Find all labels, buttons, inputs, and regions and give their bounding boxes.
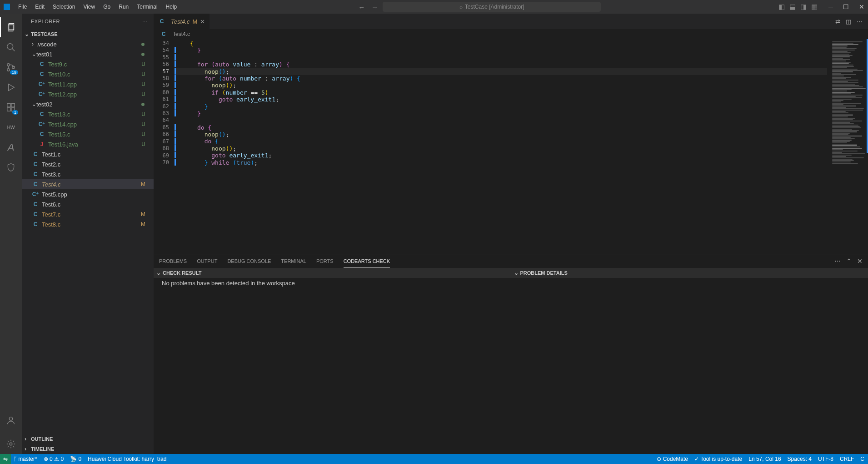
panel-tab-codearts-check[interactable]: CODEARTS CHECK: [344, 255, 390, 267]
c-file-icon: C: [32, 151, 39, 158]
compare-icon[interactable]: ⇄: [835, 18, 840, 25]
nav-back-icon[interactable]: ←: [358, 3, 365, 11]
split-editor-icon[interactable]: ◫: [846, 18, 851, 25]
command-center[interactable]: ⌕ TestCase [Administrator]: [383, 2, 601, 12]
tree-item-test11-cpp[interactable]: C⁺Test11.cppU: [22, 79, 154, 89]
tree-item-test16-java[interactable]: JTest16.javaU: [22, 139, 154, 149]
branch-status[interactable]: ᚶ master*: [14, 456, 37, 462]
eol-status[interactable]: CRLF: [840, 456, 854, 462]
menu-terminal[interactable]: Terminal: [133, 2, 161, 12]
svg-rect-9: [7, 108, 10, 111]
tree-item--vscode[interactable]: ›.vscode: [22, 39, 154, 49]
panel-tab-output[interactable]: OUTPUT: [197, 255, 217, 267]
panel-more-icon[interactable]: ⋯: [834, 257, 841, 265]
tabbar: C Test4.c M ✕ ⇄ ◫ ⋯: [154, 14, 868, 29]
ab-extensions-icon[interactable]: 1: [0, 97, 22, 117]
editor-more-icon[interactable]: ⋯: [857, 18, 863, 25]
layout-customize-icon[interactable]: ▦: [811, 3, 818, 11]
ports-status[interactable]: 📡 0: [70, 456, 81, 462]
file-label: Test5.cpp: [42, 191, 67, 198]
tree-item-test8-c[interactable]: CTest8.cM: [22, 219, 154, 229]
menu-run[interactable]: Run: [115, 2, 132, 12]
tree-item-test01[interactable]: ⌄test01: [22, 49, 154, 59]
panel-tab-debug-console[interactable]: DEBUG CONSOLE: [227, 255, 271, 267]
tree-item-test1-c[interactable]: CTest1.c: [22, 149, 154, 159]
tree-item-test15-c[interactable]: CTest15.cU: [22, 129, 154, 139]
tab-modified-badge: M: [192, 18, 197, 25]
panel-tab-ports[interactable]: PORTS: [316, 255, 334, 267]
codemate-status[interactable]: ⊙ CodeMate: [657, 456, 688, 462]
c-file-icon: C: [38, 61, 45, 68]
ab-settings-icon[interactable]: [0, 434, 22, 454]
tree-item-test10-c[interactable]: CTest10.cU: [22, 69, 154, 79]
ab-huawei-icon[interactable]: HW: [0, 117, 22, 137]
panel-close-icon[interactable]: ✕: [857, 257, 863, 265]
tab-test4[interactable]: C Test4.c M ✕: [154, 14, 210, 29]
tree-item-test12-cpp[interactable]: C⁺Test12.cppU: [22, 89, 154, 99]
modified-dot-icon: [141, 103, 145, 106]
problem-details-header[interactable]: ⌄ PROBLEM DETAILS: [511, 268, 868, 278]
timeline-header[interactable]: › TIMELINE: [22, 444, 154, 454]
tree-item-test6-c[interactable]: CTest6.c: [22, 199, 154, 209]
untracked-badge: U: [141, 131, 145, 137]
problem-details-label: PROBLEM DETAILS: [520, 270, 568, 276]
tree-item-test7-c[interactable]: CTest7.cM: [22, 209, 154, 219]
tree-item-test02[interactable]: ⌄test02: [22, 99, 154, 109]
workspace-header[interactable]: ⌄ TESTCASE: [22, 29, 154, 39]
tree-item-test4-c[interactable]: CTest4.cM: [22, 179, 154, 189]
menu-selection[interactable]: Selection: [49, 2, 79, 12]
panel-tab-problems[interactable]: PROBLEMS: [159, 255, 187, 267]
ab-debug-icon[interactable]: [0, 77, 22, 97]
editor-body[interactable]: 345455565758596061626364656667686970 { }…: [154, 39, 868, 254]
indentation-status[interactable]: Spaces: 4: [788, 456, 812, 462]
language-status[interactable]: C: [860, 456, 864, 462]
tree-item-test9-c[interactable]: CTest9.cU: [22, 59, 154, 69]
sidebar-more-icon[interactable]: ⋯: [142, 19, 148, 25]
toolkit-status[interactable]: Huawei Cloud Toolkit: harry_trad: [88, 456, 166, 462]
code-content[interactable]: { } for (auto value : array) { noop(); f…: [176, 39, 827, 254]
nav-forward-icon[interactable]: →: [371, 3, 378, 11]
ab-explorer-icon[interactable]: [0, 17, 22, 37]
panel-tab-terminal[interactable]: TERMINAL: [281, 255, 306, 267]
minimap[interactable]: [827, 39, 868, 254]
ab-account-icon[interactable]: [0, 410, 22, 430]
menu-help[interactable]: Help: [162, 2, 181, 12]
outline-header[interactable]: › OUTLINE: [22, 434, 154, 444]
tab-label: Test4.c: [171, 18, 190, 25]
tree-item-test13-c[interactable]: CTest13.cU: [22, 109, 154, 119]
encoding-status[interactable]: UTF-8: [818, 456, 833, 462]
tree-item-test14-cpp[interactable]: C⁺Test14.cppU: [22, 119, 154, 129]
uptodate-status[interactable]: ✓ Tool is up-to-date: [694, 456, 742, 462]
cursor-position[interactable]: Ln 57, Col 16: [748, 456, 781, 462]
check-result-header[interactable]: ⌄ CHECK RESULT: [154, 268, 511, 278]
ab-shield-icon[interactable]: [0, 157, 22, 177]
remote-indicator[interactable]: ⇋: [0, 454, 11, 464]
ab-ai-icon[interactable]: A: [0, 137, 22, 157]
git-gutter: [175, 39, 176, 254]
menu-go[interactable]: Go: [100, 2, 114, 12]
minimize-button[interactable]: ─: [828, 3, 833, 10]
breadcrumb-item: Test4.c: [173, 31, 190, 37]
menu-edit[interactable]: Edit: [31, 2, 48, 12]
file-label: Test6.c: [42, 201, 60, 208]
panel-maximize-icon[interactable]: ⌃: [846, 257, 852, 265]
tree-item-test5-cpp[interactable]: C⁺Test5.cpp: [22, 189, 154, 199]
tree-item-test3-c[interactable]: CTest3.c: [22, 169, 154, 179]
problems-status[interactable]: ⊗ 0 ⚠ 0: [44, 456, 64, 462]
file-label: Test1.c: [42, 151, 60, 158]
layout-sidebar-right-icon[interactable]: ◨: [800, 3, 807, 11]
breadcrumb[interactable]: C Test4.c: [154, 29, 868, 39]
maximize-button[interactable]: ☐: [843, 3, 849, 10]
file-label: Test14.cpp: [48, 121, 77, 128]
layout-sidebar-left-icon[interactable]: ◧: [778, 3, 785, 11]
tree-item-test2-c[interactable]: CTest2.c: [22, 159, 154, 169]
ab-search-icon[interactable]: [0, 37, 22, 57]
menu-file[interactable]: File: [15, 2, 30, 12]
close-button[interactable]: ✕: [859, 3, 864, 10]
ab-scm-icon[interactable]: 19: [0, 57, 22, 77]
menu-view[interactable]: View: [80, 2, 99, 12]
layout-panel-icon[interactable]: ⬓: [789, 3, 796, 11]
bottom-panel: PROBLEMSOUTPUTDEBUG CONSOLETERMINALPORTS…: [154, 254, 868, 454]
close-icon[interactable]: ✕: [200, 18, 205, 25]
untracked-badge: U: [141, 81, 145, 87]
